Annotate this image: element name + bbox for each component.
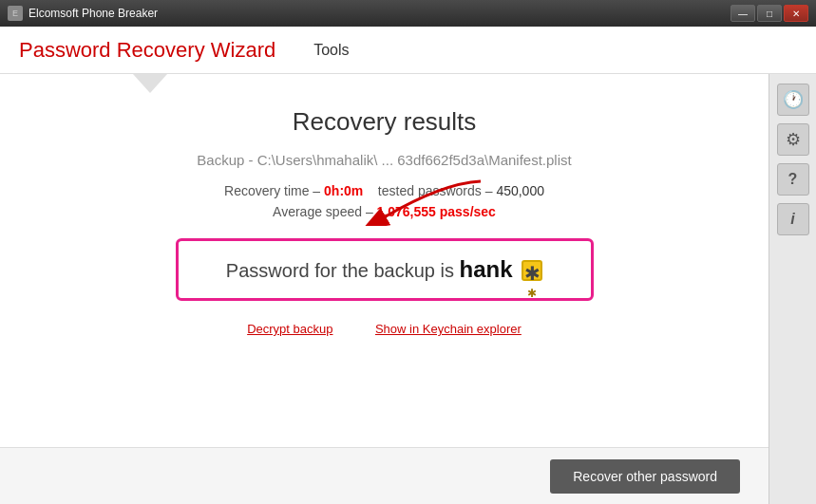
app-title: Elcomsoft Phone Breaker (28, 7, 158, 20)
password-value: hank (460, 256, 513, 282)
title-bar: E Elcomsoft Phone Breaker — □ ✕ (0, 0, 816, 27)
avg-speed-label: Average speed – (273, 204, 373, 219)
stats-section: Recovery time – 0h:0m tested passwords –… (38, 183, 731, 219)
maximize-button[interactable]: □ (757, 5, 782, 22)
content-area: Recovery results Backup - C:\Users\hmaha… (0, 74, 769, 504)
close-button[interactable]: ✕ (784, 5, 808, 22)
history-icon-button[interactable]: 🕐 (777, 84, 809, 116)
wizard-title[interactable]: Password Recovery Wizard (19, 38, 275, 63)
recovery-time-label: Recovery time – (224, 183, 320, 198)
info-icon-button[interactable]: i (777, 203, 809, 235)
recovery-time-row: Recovery time – 0h:0m tested passwords –… (38, 183, 731, 198)
recover-other-password-button[interactable]: Recover other password (550, 459, 740, 494)
tested-passwords-value: 450,000 (496, 183, 544, 198)
gear-icon: ⚙ (786, 129, 801, 150)
page-title: Recovery results (38, 107, 731, 137)
main-layout: Recovery results Backup - C:\Users\hmaha… (0, 74, 816, 504)
password-result-box: Password for the backup is hank ✱ (176, 238, 594, 301)
window-controls: — □ ✕ (731, 5, 808, 22)
action-links: Decrypt backup Show in Keychain explorer (38, 320, 731, 337)
backup-path: Backup - C:\Users\hmahalik\ ... 63df662f… (38, 152, 731, 168)
title-bar-left: E Elcomsoft Phone Breaker (8, 6, 158, 21)
decrypt-backup-link[interactable]: Decrypt backup (247, 322, 332, 336)
tools-menu[interactable]: Tools (313, 42, 349, 59)
right-sidebar: 🕐 ⚙ ? i (769, 74, 816, 504)
settings-icon-button[interactable]: ⚙ (777, 123, 809, 156)
help-icon: ? (788, 171, 798, 188)
password-box-text: Password for the backup is (226, 260, 454, 281)
help-icon-button[interactable]: ? (777, 163, 809, 196)
recovery-time-value: 0h:0m (324, 183, 363, 198)
show-keychain-link[interactable]: Show in Keychain explorer (375, 322, 522, 336)
info-icon: i (790, 211, 794, 228)
password-star-icon: ✱ (522, 260, 542, 281)
clock-icon: 🕐 (783, 89, 804, 110)
arrow-decoration (133, 74, 167, 93)
menu-bar: Password Recovery Wizard Tools (0, 27, 816, 74)
tested-passwords-label: tested passwords – (378, 183, 493, 198)
avg-speed-row: Average speed – 1,076,555 pass/sec (38, 204, 731, 219)
bottom-bar: Recover other password (0, 447, 769, 504)
minimize-button[interactable]: — (731, 5, 755, 22)
avg-speed-value: 1,076,555 pass/sec (377, 204, 496, 219)
app-icon: E (8, 6, 23, 21)
